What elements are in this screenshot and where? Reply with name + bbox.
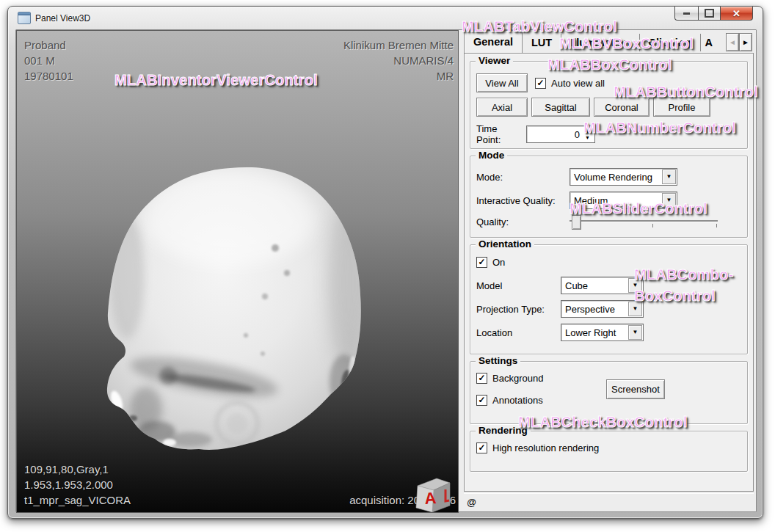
annotations-checkbox[interactable]: ✓ <box>476 395 487 406</box>
cube-front-letter: A <box>424 489 437 508</box>
tab-annotation-clipped[interactable]: A <box>701 34 714 51</box>
tab-illumination[interactable]: Illumination <box>561 34 639 51</box>
auto-view-all-checkbox[interactable]: ✓ <box>535 78 546 89</box>
slider-tick <box>652 224 653 227</box>
scanner-software: NUMARIS/4 <box>343 53 454 68</box>
screenshot-button[interactable]: Screenshot <box>606 379 665 399</box>
spin-arrows[interactable]: ▲ ▼ <box>582 127 593 142</box>
tab-clipping[interactable]: Clipping <box>640 34 701 51</box>
quality-slider[interactable] <box>570 215 718 228</box>
combo-arrow-icon[interactable]: ▼ <box>662 193 676 208</box>
check-icon: ✓ <box>478 396 485 404</box>
close-button[interactable]: ✕ <box>720 7 753 21</box>
panel-window: Panel View3D ✕ <box>7 6 763 519</box>
mode-group-title: Mode <box>476 150 507 161</box>
combo-arrow-icon[interactable]: ▼ <box>628 302 642 316</box>
patient-id-sex: 001 M <box>24 53 73 68</box>
tab-clipping-label: Clipping <box>649 37 691 48</box>
viewer-group: Viewer View All ✓ Auto view all Axial Sa… <box>470 61 748 149</box>
spin-up-icon[interactable]: ▲ <box>585 129 590 134</box>
slider-groove[interactable] <box>570 220 718 222</box>
settings-group: Settings ✓ Background ✓ Annotations Scre… <box>470 361 748 424</box>
combo-arrow-icon[interactable]: ▼ <box>628 325 642 340</box>
background-label: Background <box>492 373 543 384</box>
coronal-button[interactable]: Coronal <box>594 98 650 117</box>
quality-label: Quality: <box>476 216 570 227</box>
orientation-group: Orientation ✓ On Model Cube ▼ Projection… <box>470 244 748 354</box>
tab-bar: General LUT Illumination Clipping A ◄ ► <box>464 30 754 53</box>
screen: Panel View3D ✕ <box>0 0 775 532</box>
combo-arrow-icon[interactable]: ▼ <box>628 278 642 293</box>
time-point-spinbox[interactable]: 0 ▲ ▼ <box>526 125 595 143</box>
combo-arrow-icon[interactable]: ▼ <box>662 170 676 184</box>
patient-name: Proband <box>24 37 73 53</box>
time-point-value: 0 <box>575 129 580 140</box>
orientation-on-label: On <box>492 257 505 268</box>
patient-info-overlay: Proband 001 M 19780101 <box>24 37 73 84</box>
location-combobox[interactable]: Lower Right ▼ <box>561 324 644 341</box>
maximize-button[interactable] <box>698 7 720 21</box>
institution-info-overlay: Klinikum Bremen Mitte NUMARIS/4 MR <box>343 37 454 84</box>
annotations-label: Annotations <box>492 395 543 406</box>
location-label: Location <box>476 327 561 338</box>
slider-handle[interactable] <box>572 215 581 230</box>
model-label: Model <box>476 280 561 291</box>
voxel-info: 109,91,80,Gray,1 <box>24 462 131 477</box>
orientation-on-checkbox[interactable]: ✓ <box>476 257 487 268</box>
auto-view-all-label: Auto view all <box>551 78 605 89</box>
minimize-icon <box>683 12 690 15</box>
model-value: Cube <box>565 280 588 291</box>
location-value: Lower Right <box>565 327 616 338</box>
axial-button[interactable]: Axial <box>476 98 528 117</box>
high-resolution-checkbox[interactable]: ✓ <box>476 442 487 453</box>
mode-label: Mode: <box>476 172 570 183</box>
maximize-icon <box>705 9 714 18</box>
tab-lut-label: LUT <box>531 37 552 48</box>
modality: MR <box>343 68 454 84</box>
check-icon: ✓ <box>478 443 485 452</box>
volume-rendered-head <box>17 31 456 511</box>
institution-name: Klinikum Bremen Mitte <box>343 37 454 53</box>
image-info-overlay: 109,91,80,Gray,1 1.953,1.953,2.000 t1_mp… <box>24 462 131 508</box>
projection-type-combobox[interactable]: Perspective ▼ <box>561 300 644 318</box>
tab-scroll-buttons: ◄ ► <box>726 33 752 51</box>
view-all-button[interactable]: View All <box>476 73 528 92</box>
mode-group: Mode Mode: Volume Rendering ▼ Interactiv… <box>470 156 748 238</box>
tab-pane-general: Viewer View All ✓ Auto view all Axial Sa… <box>464 53 754 492</box>
tab-scroll-left-button[interactable]: ◄ <box>726 33 739 51</box>
status-bar: @ <box>464 494 754 510</box>
series-name: t1_mpr_sag_VICORA <box>24 492 131 508</box>
rendering-group-title: Rendering <box>476 425 531 436</box>
check-icon: ✓ <box>478 374 485 382</box>
tab-illumination-label: Illumination <box>570 37 630 48</box>
profile-button[interactable]: Profile <box>653 98 710 117</box>
projection-type-label: Projection Type: <box>476 304 561 315</box>
inventor-3d-viewer[interactable]: Proband 001 M 19780101 Klinikum Bremen M… <box>16 30 459 513</box>
voxel-size: 1.953,1.953,2.000 <box>24 477 131 492</box>
scroll-left-icon: ◄ <box>729 39 736 46</box>
slider-tick <box>716 224 717 227</box>
interactive-quality-combobox[interactable]: Medium ▼ <box>570 192 677 209</box>
background-checkbox[interactable]: ✓ <box>476 373 487 384</box>
interactive-quality-label: Interactive Quality: <box>476 195 570 206</box>
tab-lut[interactable]: LUT <box>523 34 561 51</box>
orientation-cube: A <box>411 478 452 512</box>
spin-down-icon[interactable]: ▼ <box>585 135 590 140</box>
tab-scroll-right-button[interactable]: ► <box>739 33 752 51</box>
tab-general[interactable]: General <box>464 30 523 53</box>
sagittal-button[interactable]: Sagittal <box>531 98 590 117</box>
high-resolution-label: High resolution rendering <box>492 442 599 453</box>
mode-value: Volume Rendering <box>574 172 652 183</box>
viewer-group-title: Viewer <box>476 55 513 66</box>
model-combobox[interactable]: Cube ▼ <box>561 277 644 294</box>
minimize-button[interactable] <box>674 7 698 21</box>
patient-birthdate: 19780101 <box>24 68 73 84</box>
title-bar[interactable]: Panel View3D ✕ <box>8 7 763 29</box>
check-icon: ✓ <box>536 79 544 87</box>
time-point-label: Time Point: <box>476 123 523 145</box>
mode-combobox[interactable]: Volume Rendering ▼ <box>570 168 677 186</box>
settings-group-title: Settings <box>476 355 520 366</box>
rendering-group: Rendering ✓ High resolution rendering <box>470 431 748 472</box>
check-icon: ✓ <box>478 258 485 266</box>
status-text: @ <box>467 497 476 508</box>
